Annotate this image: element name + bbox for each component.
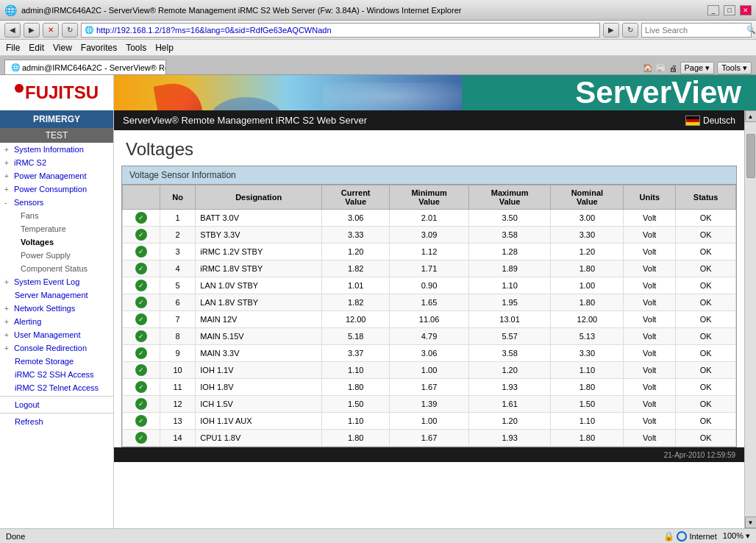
- feeds-icon[interactable]: 📰: [656, 63, 666, 73]
- status-icon-cell: ✓: [123, 362, 160, 379]
- vertical-scrollbar[interactable]: ▲ ▼: [744, 110, 756, 528]
- sidebar-item-network-settings[interactable]: + Network Settings: [0, 302, 113, 315]
- address-input[interactable]: [96, 26, 596, 35]
- cell-units: Volt: [624, 396, 676, 413]
- sidebar-item-logout[interactable]: Logout: [0, 398, 113, 411]
- col-header-designation: Designation: [196, 185, 322, 210]
- sidebar-label: Fans: [21, 211, 38, 220]
- language-selector[interactable]: Deutsch: [685, 116, 735, 126]
- cell-designation: iRMC 1.2V STBY: [196, 244, 322, 260]
- cell-current: 1.10: [321, 413, 389, 430]
- expand-icon: +: [4, 331, 12, 339]
- menu-help[interactable]: Help: [155, 43, 174, 53]
- menu-tools[interactable]: Tools: [126, 43, 146, 53]
- status-icon-cell: ✓: [123, 311, 160, 328]
- cell-current: 1.80: [321, 430, 389, 447]
- cell-nominal: 1.00: [551, 277, 624, 294]
- sidebar-item-system-information[interactable]: + System Information: [0, 143, 113, 156]
- home-icon[interactable]: 🏠: [643, 63, 653, 73]
- sidebar-item-sensors[interactable]: - Sensors: [0, 196, 113, 209]
- address-icon: 🌐: [85, 26, 93, 34]
- search-input[interactable]: [645, 26, 746, 35]
- sidebar-item-power-consumption[interactable]: + Power Consumption: [0, 182, 113, 196]
- cell-nominal: 1.80: [551, 260, 624, 277]
- sidebar-item-server-management[interactable]: Server Management: [0, 288, 113, 302]
- cell-no: 4: [160, 260, 195, 277]
- status-bar-right: 🔒 Internet 100% ▾: [663, 531, 750, 542]
- sidebar-item-fans[interactable]: Fans: [0, 209, 113, 222]
- menu-favorites[interactable]: Favorites: [81, 43, 117, 53]
- expand-icon: -: [4, 199, 12, 207]
- sidebar-item-user-management[interactable]: + User Management: [0, 328, 113, 341]
- back-button[interactable]: ◀: [4, 23, 21, 38]
- search-bar[interactable]: 🔍: [641, 23, 752, 38]
- cell-designation: ICH 1.5V: [196, 396, 322, 413]
- col-header-min: MinimumValue: [390, 185, 468, 210]
- cell-units: Volt: [624, 227, 676, 244]
- cell-status: OK: [676, 379, 736, 396]
- scrollbar-up[interactable]: ▲: [745, 110, 757, 122]
- refresh-button[interactable]: ↻: [62, 23, 78, 38]
- tab-label: admin@IRMC646A2C - ServerView® Remote ..…: [22, 63, 166, 72]
- logo-section: FUJITSU: [0, 75, 114, 110]
- sidebar-item-irmc-s2[interactable]: + iRMC S2: [0, 156, 113, 169]
- cell-nominal: 3.00: [551, 210, 624, 227]
- minimize-button[interactable]: _: [707, 5, 719, 15]
- language-label[interactable]: Deutsch: [703, 116, 735, 126]
- menu-file[interactable]: File: [6, 43, 20, 53]
- cell-no: 9: [160, 345, 195, 362]
- cell-designation: STBY 3.3V: [196, 227, 322, 244]
- sidebar-item-console-redirection[interactable]: + Console Redirection: [0, 341, 113, 355]
- cell-max: 1.20: [468, 413, 551, 430]
- status-icon-cell: ✓: [123, 210, 160, 227]
- zoom-icon[interactable]: ▾: [746, 531, 750, 540]
- cell-no: 3: [160, 244, 195, 260]
- sidebar-item-alerting[interactable]: + Alerting: [0, 315, 113, 328]
- cell-no: 5: [160, 277, 195, 294]
- cell-max: 1.93: [468, 379, 551, 396]
- cell-status: OK: [676, 244, 736, 260]
- stop-button[interactable]: ✕: [43, 23, 59, 38]
- sidebar-item-component-status[interactable]: Component Status: [0, 262, 113, 275]
- search-icon[interactable]: 🔍: [746, 26, 755, 34]
- sidebar-item-system-event-log[interactable]: + System Event Log: [0, 275, 113, 288]
- scrollbar-down[interactable]: ▼: [745, 517, 757, 528]
- cell-nominal: 1.10: [551, 413, 624, 430]
- active-tab[interactable]: 🌐 admin@IRMC646A2C - ServerView® Remote …: [4, 60, 166, 74]
- cell-status: OK: [676, 396, 736, 413]
- sidebar-test-header: TEST: [0, 128, 113, 143]
- close-button[interactable]: ✕: [740, 5, 752, 15]
- cell-max: 3.50: [468, 210, 551, 227]
- status-icon-cell: ✓: [123, 396, 160, 413]
- forward-button[interactable]: ▶: [24, 23, 40, 38]
- sidebar-item-irmc-ssh[interactable]: iRMC S2 SSH Access: [0, 368, 113, 381]
- refresh-nav-button[interactable]: ↻: [622, 23, 638, 38]
- go-button[interactable]: ▶: [603, 23, 619, 38]
- cell-nominal: 12.00: [551, 311, 624, 328]
- table-row: ✓ 9 MAIN 3.3V 3.37 3.06 3.58 3.30 Volt O…: [123, 345, 736, 362]
- cell-max: 1.10: [468, 277, 551, 294]
- menu-edit[interactable]: Edit: [29, 43, 44, 53]
- tools-button[interactable]: Tools ▾: [717, 62, 752, 74]
- maximize-button[interactable]: □: [724, 5, 735, 15]
- sidebar-item-voltages[interactable]: Voltages: [0, 235, 113, 249]
- page-button[interactable]: Page ▾: [680, 62, 715, 74]
- cell-designation: MAIN 3.3V: [196, 345, 322, 362]
- sidebar-item-remote-storage[interactable]: Remote Storage: [0, 355, 113, 368]
- cell-nominal: 5.13: [551, 328, 624, 345]
- cell-designation: LAN 1.8V STBY: [196, 294, 322, 311]
- cell-no: 12: [160, 396, 195, 413]
- sidebar-item-temperature[interactable]: Temperature: [0, 222, 113, 235]
- cell-units: Volt: [624, 430, 676, 447]
- address-bar[interactable]: 🌐: [81, 23, 600, 38]
- zoom-level: 100% ▾: [723, 531, 750, 541]
- print-icon[interactable]: 🖨: [669, 64, 677, 73]
- sidebar-item-power-supply[interactable]: Power Supply: [0, 249, 113, 262]
- menu-view[interactable]: View: [53, 43, 72, 53]
- sidebar-item-irmc-telnet[interactable]: iRMC S2 Telnet Access: [0, 381, 113, 394]
- scrollbar-thumb[interactable]: [746, 134, 755, 178]
- cell-current: 1.10: [321, 362, 389, 379]
- sidebar-item-power-management[interactable]: + Power Management: [0, 169, 113, 182]
- status-icon-cell: ✓: [123, 227, 160, 244]
- sidebar-item-refresh[interactable]: Refresh: [0, 415, 113, 428]
